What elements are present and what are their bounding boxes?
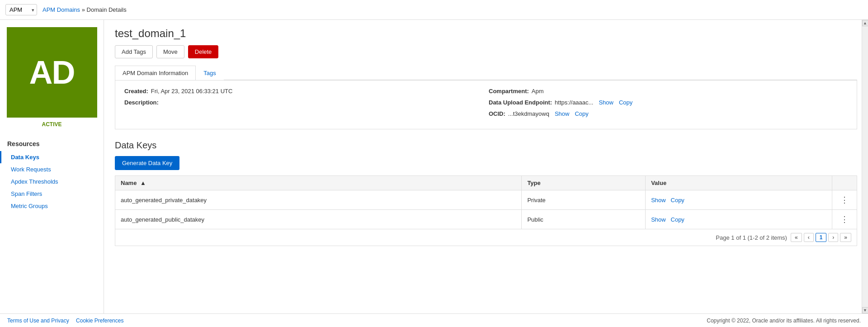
kebab-button-0[interactable]: ⋮	[838, 194, 851, 206]
info-left: Created: Fri, Apr 23, 2021 06:33:21 UTC …	[124, 88, 483, 122]
sidebar: AD ACTIVE Resources Data Keys Work Reque…	[0, 20, 104, 313]
scroll-down-arrow[interactable]: ▼	[862, 307, 868, 313]
sidebar-link-work-requests[interactable]: Work Requests	[0, 163, 104, 175]
generate-data-key-button[interactable]: Generate Data Key	[115, 156, 179, 170]
col-header-value: Value	[646, 176, 832, 190]
data-upload-copy-link[interactable]: Copy	[619, 99, 632, 106]
page-num: 1	[731, 234, 734, 241]
table-row: auto_generated_private_datakey Private S…	[115, 190, 857, 210]
page-title: test_domain_1	[115, 27, 857, 40]
sidebar-item-metric-groups[interactable]: Metric Groups	[0, 200, 104, 212]
pagination-nav: « ‹ 1 › »	[791, 233, 851, 242]
footer-copyright: Copyright © 2022, Oracle and/or its affi…	[707, 318, 861, 324]
breadcrumb-link[interactable]: APM Domains	[42, 6, 80, 13]
tab-apm-domain-information[interactable]: APM Domain Information	[115, 66, 196, 80]
sidebar-link-data-keys[interactable]: Data Keys	[0, 151, 104, 163]
pagination-page-1-button[interactable]: 1	[816, 233, 827, 242]
breadcrumb-current: Domain Details	[87, 6, 127, 13]
copy-link-1[interactable]: Copy	[671, 216, 684, 223]
info-row-compartment: Compartment: Apm	[489, 88, 848, 95]
col-header-actions	[832, 176, 857, 190]
info-panel: Created: Fri, Apr 23, 2021 06:33:21 UTC …	[115, 80, 857, 129]
description-label: Description:	[124, 99, 159, 106]
main-content: test_domain_1 Add Tags Move Delete APM D…	[104, 20, 868, 313]
ocid-show-link[interactable]: Show	[555, 110, 570, 117]
cell-actions-0: ⋮	[832, 190, 857, 210]
total-pages: 1	[743, 234, 746, 241]
cell-type-0: Private	[522, 190, 646, 210]
tabs: APM Domain Information Tags	[115, 66, 857, 80]
info-row-ocid: OCID: ...t3ekdmayowq Show Copy	[489, 110, 848, 117]
data-upload-show-link[interactable]: Show	[599, 99, 613, 106]
data-upload-value: https://aaaac...	[555, 99, 593, 106]
sidebar-item-span-filters[interactable]: Span Filters	[0, 188, 104, 200]
info-row-data-upload: Data Upload Endpoint: https://aaaac... S…	[489, 99, 848, 106]
ocid-copy-link[interactable]: Copy	[575, 110, 588, 117]
cookie-link[interactable]: Cookie Preferences	[76, 318, 123, 324]
table-row: auto_generated_public_datakey Public Sho…	[115, 210, 857, 229]
app-dropdown-wrapper[interactable]: APM	[5, 4, 37, 15]
sidebar-nav: Data Keys Work Requests Apdex Thresholds…	[0, 151, 104, 212]
cell-name-0: auto_generated_private_datakey	[115, 190, 522, 210]
pagination-last-button[interactable]: »	[840, 233, 851, 242]
scroll-up-arrow[interactable]: ▲	[862, 20, 868, 26]
created-label: Created:	[124, 88, 148, 95]
data-keys-section-title: Data Keys	[115, 140, 857, 151]
pagination-next-button[interactable]: ›	[828, 233, 838, 242]
footer-links: Terms of Use and Privacy Cookie Preferen…	[7, 318, 129, 324]
footer: Terms of Use and Privacy Cookie Preferen…	[0, 313, 868, 327]
breadcrumb-separator: »	[82, 6, 85, 13]
data-upload-label: Data Upload Endpoint:	[489, 99, 552, 106]
pagination-prev-button[interactable]: ‹	[804, 233, 814, 242]
sidebar-item-apdex-thresholds[interactable]: Apdex Thresholds	[0, 175, 104, 188]
pagination: Page 1 of 1 (1-2 of 2 items) « ‹ 1 › »	[115, 229, 857, 246]
info-row-description: Description:	[124, 99, 483, 106]
created-value: Fri, Apr 23, 2021 06:33:21 UTC	[151, 88, 233, 95]
terms-link[interactable]: Terms of Use and Privacy	[7, 318, 69, 324]
items-label: (1-2 of 2 items)	[748, 234, 787, 241]
info-right: Compartment: Apm Data Upload Endpoint: h…	[489, 88, 848, 122]
info-grid: Created: Fri, Apr 23, 2021 06:33:21 UTC …	[124, 88, 848, 122]
kebab-button-1[interactable]: ⋮	[838, 213, 851, 225]
domain-badge-letters: AD	[29, 54, 75, 91]
breadcrumb: APM Domains » Domain Details	[42, 6, 127, 13]
domain-badge: AD	[7, 27, 97, 118]
resources-header: Resources	[0, 135, 104, 151]
sidebar-item-work-requests[interactable]: Work Requests	[0, 163, 104, 175]
ocid-value: ...t3ekdmayowq	[508, 110, 549, 117]
cell-type-1: Public	[522, 210, 646, 229]
delete-button[interactable]: Delete	[188, 45, 219, 58]
action-buttons: Add Tags Move Delete	[115, 45, 857, 58]
cell-value-0: Show Copy	[646, 190, 832, 210]
sidebar-link-metric-groups[interactable]: Metric Groups	[0, 200, 104, 212]
add-tags-button[interactable]: Add Tags	[115, 45, 153, 58]
compartment-label: Compartment:	[489, 88, 529, 95]
sidebar-link-apdex-thresholds[interactable]: Apdex Thresholds	[0, 175, 104, 188]
cell-actions-1: ⋮	[832, 210, 857, 229]
copy-link-0[interactable]: Copy	[671, 197, 684, 204]
col-header-name[interactable]: Name ▲	[115, 176, 522, 190]
sidebar-link-span-filters[interactable]: Span Filters	[0, 188, 104, 200]
pagination-first-button[interactable]: «	[791, 233, 802, 242]
table-header: Name ▲ Type Value	[115, 176, 857, 190]
app-dropdown[interactable]: APM	[5, 4, 37, 15]
content-wrapper: test_domain_1 Add Tags Move Delete APM D…	[104, 20, 868, 313]
show-link-0[interactable]: Show	[651, 197, 666, 204]
data-keys-table: Name ▲ Type Value auto_generated_private…	[115, 175, 857, 229]
scrollbar-track[interactable]: ▲ ▼	[862, 20, 868, 313]
tab-tags[interactable]: Tags	[196, 66, 223, 80]
cell-name-1: auto_generated_public_datakey	[115, 210, 522, 229]
sidebar-item-data-keys[interactable]: Data Keys	[0, 151, 104, 163]
move-button[interactable]: Move	[156, 45, 184, 58]
domain-status: ACTIVE	[0, 121, 104, 128]
col-header-type: Type	[522, 176, 646, 190]
page-label: Page	[716, 234, 729, 241]
ocid-label: OCID:	[489, 110, 505, 117]
sort-arrow-name: ▲	[140, 180, 146, 186]
compartment-value: Apm	[532, 88, 544, 95]
table-body: auto_generated_private_datakey Private S…	[115, 190, 857, 229]
show-link-1[interactable]: Show	[651, 216, 666, 223]
of-label: of	[736, 234, 741, 241]
info-row-created: Created: Fri, Apr 23, 2021 06:33:21 UTC	[124, 88, 483, 95]
main-layout: AD ACTIVE Resources Data Keys Work Reque…	[0, 20, 868, 313]
